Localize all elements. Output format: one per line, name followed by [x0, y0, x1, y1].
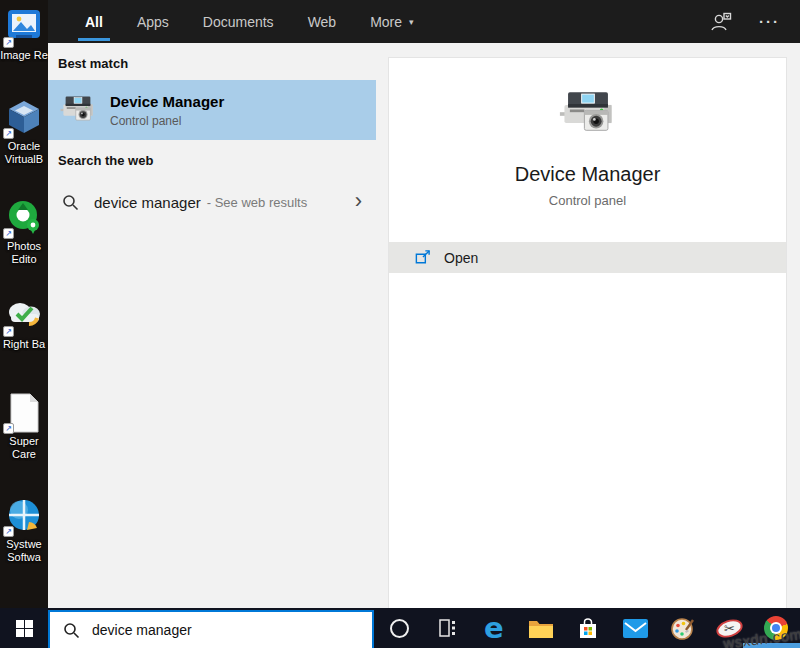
store-glyph [577, 617, 599, 640]
desktop-icon-label: SuperCare [0, 435, 48, 461]
shortcut-arrow-icon: ↗ [3, 228, 14, 239]
desktop-icon-label: OracleVirtualB [0, 140, 48, 166]
web-query-text: device manager [94, 194, 201, 211]
file-explorer-icon[interactable] [527, 614, 555, 642]
store-icon[interactable] [574, 614, 602, 642]
desktop-icon-label: PhotosEdito [0, 240, 48, 266]
task-view-icon[interactable] [433, 614, 461, 642]
preview-area: Device Manager Control panel Open [376, 43, 800, 608]
taskbar: e [0, 608, 800, 648]
search-input[interactable] [92, 622, 372, 638]
windows-logo-icon [16, 620, 33, 637]
search-flyout-topbar: All Apps Documents Web More ▾ ··· [48, 0, 800, 43]
shortcut-arrow-icon: ↗ [3, 128, 14, 139]
account-icon[interactable] [709, 11, 733, 33]
edge-icon[interactable]: e [480, 614, 508, 642]
chevron-down-icon: ▾ [409, 17, 414, 27]
desktop-icon-image-resizer[interactable]: ↗ Image Re [0, 7, 48, 62]
desktop-icon-systweak[interactable]: ↗ SystweSoftwa [0, 496, 48, 564]
tab-documents-label: Documents [203, 14, 274, 30]
desktop-icon-label: Right Ba [0, 338, 48, 351]
filter-tabs: All Apps Documents Web More ▾ [48, 0, 431, 43]
tab-web[interactable]: Web [291, 0, 354, 43]
start-button[interactable] [0, 608, 48, 648]
tab-web-label: Web [308, 14, 337, 30]
task-view-glyph [435, 616, 459, 640]
search-icon [62, 194, 79, 211]
desktop-icon-virtualbox[interactable]: ↗ OracleVirtualB [0, 98, 48, 166]
shortcut-arrow-icon: ↗ [3, 37, 14, 48]
mail-icon[interactable] [621, 614, 649, 642]
tab-all[interactable]: All [68, 0, 120, 43]
desktop-icon-photos-editor[interactable]: ↗ PhotosEdito [0, 198, 48, 266]
web-search-result[interactable]: device manager - See web results › [48, 179, 376, 225]
preview-title: Device Manager [389, 163, 786, 186]
paint-icon[interactable] [668, 614, 696, 642]
tab-more-label: More [370, 14, 402, 30]
best-match-result[interactable]: Device Manager Control panel [48, 80, 376, 140]
best-match-subtitle: Control panel [110, 114, 224, 128]
best-match-title: Device Manager [110, 93, 224, 110]
desktop-icon-label: Image Re [0, 49, 48, 62]
tab-documents[interactable]: Documents [186, 0, 291, 43]
open-action[interactable]: Open [389, 242, 786, 273]
preview-subtitle: Control panel [389, 193, 786, 208]
desktop-icon-right-backup[interactable]: ↗ Right Ba [0, 296, 48, 351]
cortana-icon[interactable] [386, 614, 414, 642]
cortana-ring [390, 619, 409, 638]
chevron-right-icon[interactable]: › [355, 190, 362, 215]
shortcut-arrow-icon: ↗ [3, 326, 14, 337]
device-manager-icon [60, 92, 96, 128]
search-results-panel: Best match Device Manager Control panel … [48, 43, 376, 608]
desktop-icon-super-care[interactable]: ↗ SuperCare [0, 393, 48, 461]
search-icon [63, 622, 80, 639]
tab-more[interactable]: More ▾ [353, 0, 430, 43]
device-manager-icon-large [559, 85, 617, 143]
paint-glyph [670, 616, 695, 641]
shortcut-arrow-icon: ↗ [3, 423, 14, 434]
folder-glyph [528, 618, 554, 639]
tab-all-label: All [85, 14, 103, 30]
search-web-header: Search the web [48, 140, 376, 177]
mail-glyph [623, 619, 648, 638]
desktop-background: ↗ Image Re ↗ OracleVirtualB [0, 0, 48, 608]
shortcut-arrow-icon: ↗ [3, 526, 14, 537]
open-external-icon [414, 249, 431, 266]
preview-card: Device Manager Control panel Open [388, 57, 787, 608]
web-note-text: - See web results [207, 195, 307, 210]
open-label: Open [444, 250, 478, 266]
tab-apps-label: Apps [137, 14, 169, 30]
tab-apps[interactable]: Apps [120, 0, 186, 43]
best-match-header: Best match [48, 43, 376, 80]
desktop-icon-label: SystweSoftwa [0, 538, 48, 564]
edge-glyph: e [484, 615, 504, 641]
taskbar-search-box[interactable] [48, 610, 374, 648]
more-options-icon[interactable]: ··· [759, 13, 780, 30]
